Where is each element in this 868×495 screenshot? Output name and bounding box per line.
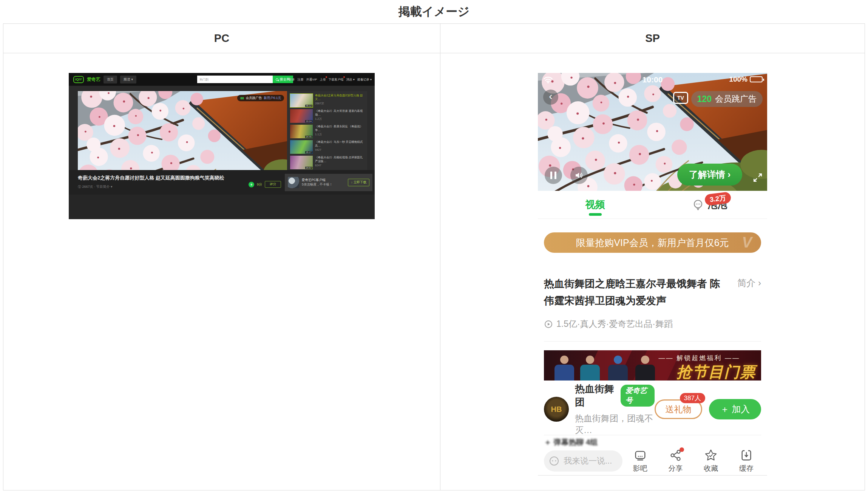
ticket-promo-banner[interactable]: 解锁超燃福利 抢节目门票 (544, 350, 761, 381)
performer-figure (580, 356, 600, 381)
related-video-item[interactable]: 03:04 《奇葩大会2》高大哥首谈 退赛内幕现场…1.2万 (290, 109, 364, 123)
pause-button[interactable] (545, 167, 562, 184)
favorite-button[interactable]: 收藏 (693, 449, 729, 473)
search-input[interactable]: 热门剧 (197, 76, 273, 83)
table-header-row: PC SP (3, 24, 865, 53)
pc-screenshot: iQIY 爱奇艺 首页 频道 ▾ 热门剧 搜全网 登录 注册 开通V (69, 73, 375, 219)
pause-icon (550, 172, 556, 179)
performer-figure (608, 356, 628, 381)
sp-ad-countdown-pill[interactable]: 120 会员跳广告 (691, 91, 763, 107)
score-badge: 9 (249, 182, 254, 187)
link-client[interactable]: 下载客户端 (328, 77, 343, 82)
pc-video-info-bar: 奇葩大会2之蒋方舟自愿讨好型人格 赵又廷高圆圆撒狗粮气笑高晓松 Ⓥ 2667次 … (69, 170, 375, 195)
channel-description: 热血街舞团，团魂不灭… (575, 413, 655, 436)
fullscreen-button[interactable] (753, 173, 763, 183)
link-vip[interactable]: 开通VIP (306, 77, 317, 82)
promo-headline: 抢节目门票 (676, 362, 756, 381)
iqiyi-logo-text[interactable]: 爱奇艺 (87, 76, 100, 83)
video-thumbnail: 45:12 (290, 94, 313, 107)
pc-video-meta: Ⓥ 2667次 · 节目简介 ▾ (78, 184, 113, 189)
battery-percent: 100% (729, 75, 748, 84)
performer-figure (554, 356, 574, 381)
star-icon (704, 449, 718, 462)
channel-badge: 爱奇艺号 (621, 385, 655, 407)
link-history[interactable]: 观看记录 ▾ (357, 77, 372, 82)
truncated-section-heading: ＋ 弹幕热聊 4组 (544, 437, 598, 446)
vip-promo-banner[interactable]: 限量抢购VIP会员，新用户首月仅6元 V (544, 232, 761, 253)
share-button[interactable]: 分享 (658, 449, 693, 473)
link-messages[interactable]: 消息 ▾ (346, 77, 354, 82)
sp-video-meta: 1.5亿·真人秀·爱奇艺出品·舞蹈 (556, 318, 673, 330)
nav-home[interactable]: 首页 (103, 76, 117, 84)
expand-icon (753, 173, 763, 183)
client-download-button[interactable]: ↓ 立即下载 (348, 179, 369, 186)
mute-button[interactable] (570, 167, 588, 184)
score-label: 9分 (257, 182, 262, 187)
sp-bottom-toolbar: 我来说一说... 影吧 (538, 447, 767, 476)
column-header-pc: PC (3, 24, 440, 53)
nav-channels[interactable]: 频道 ▾ (120, 76, 136, 84)
pc-cell: iQIY 爱奇艺 首页 频道 ▾ 热门剧 搜全网 登录 注册 开通V (3, 53, 440, 490)
search-bar: 热门剧 搜全网 (197, 76, 293, 83)
tab-video[interactable]: 视频 (538, 191, 653, 218)
iqiyi-logo-icon[interactable]: iQIY (73, 76, 84, 83)
channel-name[interactable]: 热血街舞团 (575, 382, 616, 409)
ad-countdown: 88 (240, 96, 244, 100)
performer-figure (635, 356, 655, 381)
video-thumbnail: 04:57 (290, 156, 313, 169)
pc-client-ad[interactable]: 爱奇艺PC客户端 5倍流畅度，不卡顿！ ↓ 立即下载 (285, 174, 372, 191)
notification-dot (680, 447, 684, 452)
skip-ad-label: 会员跳广告 (246, 96, 262, 101)
video-thumbnail: 04:45 (290, 125, 313, 138)
related-video-item[interactable]: 45:12 奇葩大会2之蒋方舟自愿讨好型人格 赵又…2667次 (290, 94, 364, 108)
status-bar: 10:00 100% (538, 75, 767, 85)
intro-link[interactable]: 简介 › (737, 277, 761, 289)
battery-icon (750, 76, 763, 82)
save-button[interactable]: 缓存 (729, 449, 764, 473)
back-button[interactable]: ‹ (543, 90, 558, 105)
search-button-label: 搜全网 (280, 77, 290, 82)
cinema-button[interactable]: 影吧 (622, 449, 658, 473)
sp-tab-bar: 视频 泡泡 3.2万 (538, 191, 767, 219)
tab-bubble[interactable]: 泡泡 3.2万 (652, 191, 767, 218)
link-register[interactable]: 注册 (298, 77, 304, 82)
comment-input[interactable]: 我来说一说... (544, 450, 622, 472)
vip-banner-text: 限量抢购VIP会员，新用户首月仅6元 (576, 237, 729, 249)
rate-button[interactable]: 评分 (265, 181, 281, 188)
bubble-count-badge: 3.2万 (704, 192, 731, 206)
channel-avatar[interactable]: HB (544, 397, 569, 422)
smiley-icon (548, 455, 560, 467)
join-button[interactable]: ＋ 加入 (709, 399, 761, 419)
active-tab-underline (589, 213, 602, 216)
divider (544, 341, 761, 342)
play-count-icon (544, 320, 553, 329)
ad-subtitle: 5倍流畅度，不卡顿！ (302, 183, 332, 187)
sp-learn-more-button[interactable]: 了解详情 › (677, 164, 742, 186)
pc-ad-countdown-pill[interactable]: 88 会员跳广告 新用户0.1元 (237, 95, 284, 101)
channel-row: HB 热血街舞团 爱奇艺号 热血街舞团，团魂不灭… 送礼物 387人 (544, 391, 761, 427)
video-thumbnail: 05:27 (290, 140, 313, 154)
ad-promo-label: 新用户0.1元 (264, 96, 281, 101)
promo-tagline: 解锁超燃福利 (659, 354, 740, 362)
account-links: 登录 注册 开通VIP 上传 下载客户端 消息 ▾ 观看记录 ▾ (289, 77, 372, 82)
ad-title: 爱奇艺PC客户端 (302, 178, 332, 183)
sp-video-title: 热血街舞团之鹿晗王嘉尔寻最饿舞者 陈伟霆宋茜捍卫团魂为爱发声 (544, 275, 726, 309)
sp-video-player[interactable]: 10:00 100% ‹ TV 120 会员跳广告 (538, 73, 767, 191)
cinema-icon (633, 449, 647, 462)
column-header-sp: SP (440, 24, 865, 53)
vip-logo-icon: V (742, 234, 752, 251)
divider (544, 435, 761, 435)
link-login[interactable]: 登录 (289, 77, 295, 82)
related-video-item[interactable]: 04:45 《奇葩大会2》蔡康永回应 《奇葩说》争…1.1万 (290, 125, 364, 139)
search-icon (276, 78, 278, 81)
related-video-item[interactable]: 05:27 《奇葩大会2》马东一秒 开启嘴炮模式 高…9427 (290, 140, 364, 154)
link-upload[interactable]: 上传 (320, 77, 326, 82)
related-video-item[interactable]: 04:57 《奇葩大会2》高晓松现场 点评新面孔产业版…6247 (290, 156, 364, 170)
tv-cast-icon[interactable]: TV (673, 92, 688, 104)
sp-video-info: 热血街舞团之鹿晗王嘉尔寻最饿舞者 陈伟霆宋茜捍卫团魂为爱发声 简介 › 1.5亿… (544, 275, 761, 330)
skip-ad-label: 会员跳广告 (715, 93, 757, 105)
sp-cell: 10:00 100% ‹ TV 120 会员跳广告 (440, 53, 865, 490)
gift-count-badge: 387人 (680, 393, 705, 403)
bubble-icon (692, 199, 704, 210)
page-title: 掲載イメージ (0, 0, 868, 20)
